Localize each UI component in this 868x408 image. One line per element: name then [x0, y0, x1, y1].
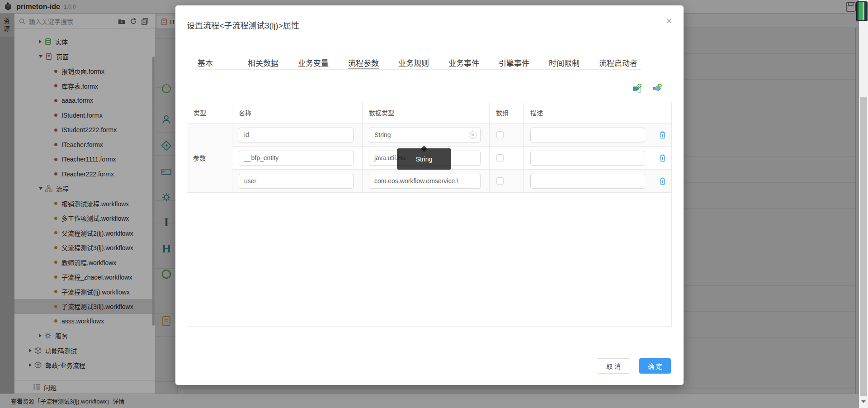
param-name-input[interactable]: user [239, 174, 354, 189]
param-desc-input[interactable] [530, 128, 645, 142]
param-name-input[interactable]: id [239, 128, 354, 142]
dialog-toolbar [632, 83, 663, 94]
param-datatype-select[interactable]: String ✕ [369, 128, 481, 142]
array-checkbox[interactable] [496, 177, 504, 185]
table-row: __bfp_entity [232, 147, 363, 170]
param-name-input[interactable]: __bfp_entity [239, 151, 354, 166]
delete-row-icon[interactable] [659, 154, 666, 162]
dialog-tab-2[interactable]: 相关数据 [248, 57, 278, 69]
dialog-tab-3[interactable]: 业务变量 [298, 57, 329, 69]
app-root: primeton-ide 1.0.0 资源 输入关键字搜索 [0, 0, 868, 408]
array-checkbox[interactable] [496, 154, 504, 161]
col-header-type: 类型 [187, 102, 232, 123]
param-desc-input[interactable] [530, 174, 645, 189]
col-header-name: 名称 [232, 102, 363, 123]
table-row: user [232, 170, 363, 193]
confirm-button[interactable]: 确 定 [639, 358, 671, 374]
dialog-title: 设置流程<子流程测试3(lj)>属性 [187, 19, 299, 31]
dialog-tab-5[interactable]: 业务规则 [398, 57, 429, 69]
table-row: id [232, 123, 363, 147]
dialog-tab-8[interactable]: 时间限制 [549, 57, 580, 69]
array-checkbox[interactable] [496, 131, 504, 138]
dialog-tabs: 基本相关数据业务变量流程参数业务规则业务事件引擎事件时间限制流程启动者 [198, 57, 657, 69]
browser-extension-icon[interactable] [856, 1, 868, 21]
parameters-table: 类型 名称 数据类型 数组 描述 参数 id String ✕ [187, 102, 672, 327]
dialog-tab-9[interactable]: 流程启动者 [599, 57, 637, 69]
delete-row-icon[interactable] [659, 177, 666, 185]
close-icon[interactable] [665, 16, 674, 25]
param-desc-input[interactable] [530, 151, 645, 166]
page-scrollbar[interactable] [859, 0, 868, 408]
dialog-tab-7[interactable]: 引擎事件 [499, 57, 529, 69]
dialog-tab-4[interactable]: 流程参数 [348, 57, 379, 69]
datatype-tooltip: String [397, 148, 451, 170]
properties-dialog: 设置流程<子流程测试3(lj)>属性 基本相关数据业务变量流程参数业务规则业务事… [175, 5, 684, 385]
clear-icon[interactable]: ✕ [469, 131, 476, 139]
add-parameter-icon[interactable] [632, 83, 642, 94]
cancel-button[interactable]: 取 消 [597, 358, 630, 374]
param-datatype-select[interactable]: com.eos.workflow.omservice.\ [369, 174, 481, 189]
delete-row-icon[interactable] [659, 131, 666, 139]
dialog-tab-1[interactable]: 基本 [198, 57, 213, 69]
col-header-description: 描述 [524, 102, 654, 123]
scrollbar-thumb[interactable] [860, 97, 867, 396]
tabs-divider [198, 69, 641, 70]
param-group-cell: 参数 [187, 123, 232, 193]
scroll-down-icon[interactable] [861, 400, 866, 403]
add-reference-icon[interactable] [652, 83, 663, 94]
col-header-array: 数组 [490, 102, 524, 123]
dialog-tab-6[interactable]: 业务事件 [448, 57, 479, 69]
col-header-datatype: 数据类型 [363, 102, 490, 123]
col-header-actions [654, 102, 671, 123]
